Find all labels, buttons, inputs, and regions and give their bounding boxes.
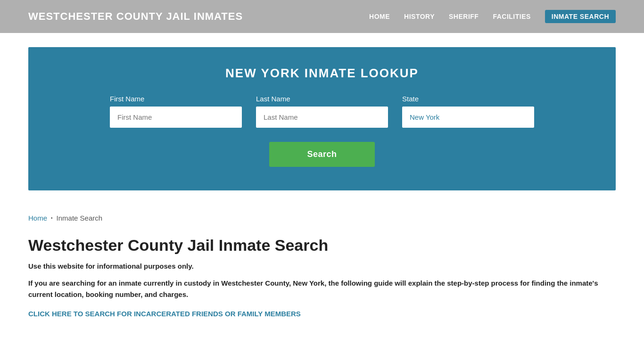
site-header: WESTCHESTER COUNTY JAIL INMATES HOME HIS… — [0, 0, 644, 33]
search-button[interactable]: Search — [269, 142, 374, 167]
nav-facilities[interactable]: FACILITIES — [493, 13, 530, 20]
last-name-input[interactable] — [256, 107, 388, 128]
description-text: If you are searching for an inmate curre… — [28, 278, 616, 300]
disclaimer-text: Use this website for informational purpo… — [28, 262, 616, 270]
nav-home[interactable]: HOME — [369, 13, 390, 20]
banner-title: NEW YORK INMATE LOOKUP — [57, 66, 587, 81]
breadcrumb-current: Inmate Search — [57, 214, 103, 222]
state-label: State — [402, 95, 534, 103]
first-name-group: First Name — [110, 95, 242, 128]
search-form-row: First Name Last Name State — [57, 95, 587, 128]
last-name-group: Last Name — [256, 95, 388, 128]
state-group: State — [402, 95, 534, 128]
nav-history[interactable]: HISTORY — [404, 13, 435, 20]
state-input[interactable] — [402, 107, 534, 128]
breadcrumb-home-link[interactable]: Home — [28, 214, 47, 222]
main-nav: HOME HISTORY SHERIFF FACILITIES INMATE S… — [369, 10, 616, 23]
page-heading: Westchester County Jail Inmate Search — [28, 236, 616, 255]
last-name-label: Last Name — [256, 95, 388, 103]
description-strong: If you are searching for an inmate curre… — [28, 279, 598, 298]
site-title: WESTCHESTER COUNTY JAIL INMATES — [28, 10, 243, 23]
breadcrumb-separator: • — [51, 215, 53, 221]
main-content: Westchester County Jail Inmate Search Us… — [0, 231, 644, 337]
first-name-input[interactable] — [110, 107, 242, 128]
nav-sheriff[interactable]: SHERIFF — [449, 13, 479, 20]
nav-inmate-search[interactable]: INMATE SEARCH — [545, 10, 616, 23]
search-btn-row: Search — [57, 142, 587, 167]
breadcrumb: Home • Inmate Search — [0, 205, 644, 231]
search-banner: NEW YORK INMATE LOOKUP First Name Last N… — [28, 47, 616, 190]
click-here-link[interactable]: CLICK HERE to Search for Incarcerated Fr… — [28, 310, 301, 318]
first-name-label: First Name — [110, 95, 242, 103]
